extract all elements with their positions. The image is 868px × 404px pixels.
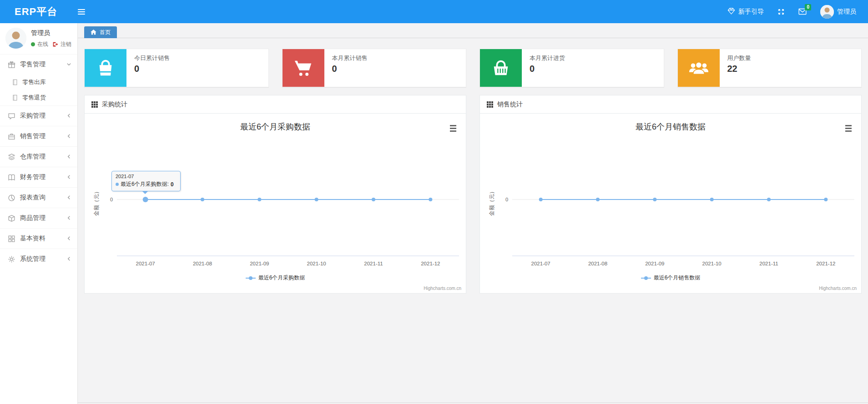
chart-export-menu-icon[interactable]	[448, 123, 459, 133]
data-point-2[interactable]	[257, 198, 261, 201]
gear-icon	[8, 255, 15, 263]
tab-home[interactable]: 首页	[84, 26, 117, 38]
file-icon	[12, 95, 18, 101]
data-point-3[interactable]	[710, 198, 714, 201]
fullscreen-button[interactable]	[777, 8, 785, 15]
sidebar-item-3[interactable]: 仓库管理	[0, 146, 77, 167]
box-icon	[8, 214, 15, 222]
x-tick-label: 2021-08	[193, 261, 212, 266]
chevron-left-icon	[66, 235, 71, 242]
layers-icon	[8, 153, 15, 161]
data-point-3[interactable]	[315, 198, 318, 201]
purchase-stats-panel: 采购统计 最近6个月采购数据 0金额（元）2021-072021-082021-…	[84, 95, 466, 294]
username-label: 管理员	[837, 8, 856, 16]
pie-chart-icon	[8, 194, 15, 202]
chart-legend[interactable]: 最近6个月采购数据	[85, 274, 466, 282]
panel-title: 采购统计	[102, 100, 127, 109]
legend-marker-icon	[246, 275, 256, 281]
chart-export-menu-icon[interactable]	[843, 123, 854, 133]
chevron-left-icon	[66, 214, 71, 222]
tooltip-value: 0	[171, 181, 174, 188]
basket-icon	[480, 49, 522, 87]
highcharts-credit-link[interactable]: Highcharts.com.cn	[424, 286, 461, 291]
x-tick-label: 2021-08	[588, 261, 607, 266]
sidebar-item-label: 采购管理	[20, 112, 66, 120]
x-tick-label: 2021-11	[364, 261, 383, 266]
avatar	[820, 5, 834, 19]
guide-button[interactable]: 新手引导	[727, 7, 764, 16]
panel-title: 销售统计	[497, 100, 523, 109]
sidebar-item-7[interactable]: 基本资料	[0, 228, 77, 249]
data-point-0[interactable]	[539, 198, 543, 201]
chart-title: 最近6个月采购数据	[85, 121, 466, 132]
sidebar-item-2[interactable]: 销售管理	[0, 126, 77, 146]
sidebar-toggle-icon[interactable]	[78, 9, 85, 15]
data-point-4[interactable]	[767, 198, 771, 201]
stat-card-0: 今日累计销售0	[84, 49, 269, 87]
logout-link[interactable]: 注销	[61, 40, 71, 48]
stat-card-2: 本月累计进货0	[479, 49, 664, 87]
messages-button[interactable]: 0	[798, 8, 807, 15]
stat-cards-row: 今日累计销售0本月累计销售0本月累计进货0用户数量22	[84, 49, 862, 87]
x-tick-label: 2021-09	[645, 261, 664, 266]
avatar[interactable]	[5, 28, 26, 49]
x-tick-label: 2021-10	[702, 261, 722, 266]
gift-icon	[8, 61, 15, 69]
tab-home-label: 首页	[100, 29, 111, 36]
home-icon	[91, 30, 96, 35]
x-tick-label: 2021-07	[136, 261, 155, 266]
sidebar-item-4[interactable]: 财务管理	[0, 167, 77, 187]
shopping-bag-icon	[85, 49, 126, 87]
stat-card-value: 0	[134, 64, 170, 74]
sidebar-item-label: 仓库管理	[20, 153, 66, 161]
chart-tooltip: 2021-07 最近6个月采购数据: 0	[111, 171, 181, 191]
sidebar-subitem-0-0[interactable]: 零售出库	[0, 75, 77, 90]
sidebar-item-label: 财务管理	[20, 173, 66, 181]
sidebar-item-0[interactable]: 零售管理	[0, 54, 77, 75]
chart-legend[interactable]: 最近6个月销售数据	[480, 274, 861, 282]
legend-label: 最近6个月销售数据	[654, 274, 701, 282]
data-point-4[interactable]	[372, 198, 375, 201]
highcharts-credit-link[interactable]: Highcharts.com.cn	[819, 286, 857, 291]
tab-bar: 首页	[78, 23, 868, 38]
chevron-left-icon	[66, 133, 71, 140]
logout-icon[interactable]	[52, 41, 58, 47]
guide-label: 新手引导	[738, 8, 764, 16]
data-point-0[interactable]	[143, 197, 148, 202]
sidebar-item-5[interactable]: 报表查询	[0, 187, 77, 208]
sales-stats-panel: 销售统计 最近6个月销售数据 0金额（元）2021-072021-082021-…	[479, 95, 862, 294]
navbar-right: 新手引导 0 管理员	[714, 5, 856, 19]
user-menu[interactable]: 管理员	[820, 5, 856, 19]
stat-card-label: 用户数量	[727, 54, 751, 62]
sidebar-item-label: 基本资料	[20, 234, 66, 243]
data-point-1[interactable]	[201, 198, 204, 201]
fullscreen-icon	[777, 8, 785, 15]
stat-card-1: 本月累计销售0	[282, 49, 467, 87]
chevron-left-icon	[66, 112, 71, 120]
data-point-2[interactable]	[653, 198, 656, 201]
online-status-label: 在线	[37, 40, 48, 48]
app-logo[interactable]: ERP平台	[15, 5, 57, 19]
sidebar-item-label: 零售管理	[20, 60, 66, 69]
y-axis-title: 金额（元）	[93, 189, 100, 216]
tooltip-series-label: 最近6个月采购数据:	[121, 180, 169, 188]
stat-card-value: 22	[727, 64, 751, 74]
sidebar-item-label: 销售管理	[20, 132, 66, 140]
stat-card-label: 本月累计进货	[530, 54, 565, 62]
sidebar: 管理员 在线 注销 零售管理零售出库零售退货采购管理销售管理仓库管理财务管理报表…	[0, 23, 78, 404]
sidebar-item-8[interactable]: 系统管理	[0, 249, 77, 269]
data-point-1[interactable]	[596, 198, 600, 201]
sales-line-chart: 0金额（元）2021-072021-082021-092021-102021-1…	[480, 141, 861, 271]
x-tick-label: 2021-12	[421, 261, 440, 266]
chevron-left-icon	[66, 194, 71, 201]
main-content: 首页 今日累计销售0本月累计销售0本月累计进货0用户数量22 采购统计 最近6个…	[78, 23, 868, 404]
data-point-5[interactable]	[429, 198, 432, 201]
sidebar-item-label: 系统管理	[20, 255, 66, 263]
chevron-down-icon	[66, 61, 71, 68]
users-icon	[678, 49, 720, 87]
data-point-5[interactable]	[824, 198, 828, 201]
sidebar-item-1[interactable]: 采购管理	[0, 105, 77, 126]
sidebar-item-label: 报表查询	[20, 194, 66, 202]
sidebar-item-6[interactable]: 商品管理	[0, 208, 77, 228]
sidebar-subitem-0-1[interactable]: 零售退货	[0, 90, 77, 105]
